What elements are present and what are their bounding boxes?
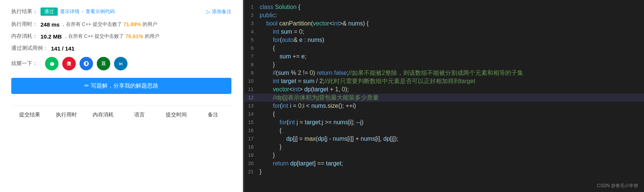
test-value: 141 / 141 xyxy=(51,45,75,52)
code-line-8: 8 } xyxy=(245,61,644,69)
memory-users: 的用户 xyxy=(145,33,159,40)
line-content-15: for(int j = target;j >= nums[i]; --j) xyxy=(260,118,363,127)
col-exec-time: 执行用时 xyxy=(48,112,85,118)
pass-badge: 通过 xyxy=(41,7,58,16)
code-line-14: 14 { xyxy=(245,110,644,118)
code-line-2: 2 public: xyxy=(245,11,644,19)
line-content-5: for(auto& e : nums) xyxy=(260,36,324,44)
memory-value: 10.2 MB xyxy=(41,33,62,40)
line-content-9: if(sum % 2 != 0) return false;//如果不能被2整除… xyxy=(260,69,523,77)
add-note-button[interactable]: ▷ 添加备注 xyxy=(207,8,231,15)
code-line-1: 1 class Solution { xyxy=(245,3,644,11)
line-num-18: 18 xyxy=(245,143,260,151)
wechat-icon[interactable] xyxy=(45,57,59,70)
line-num-5: 5 xyxy=(245,36,260,44)
line-num-7: 7 xyxy=(245,52,260,61)
line-content-8: } xyxy=(260,61,275,69)
line-num-10: 10 xyxy=(245,77,260,85)
code-editor-wrapper: 1 class Solution { 2 public: 3 bool canP… xyxy=(245,0,644,192)
code-line-12: 12 //dp[j]表示体积为j背包最大能装多少质量 xyxy=(245,94,644,102)
exec-time-label: 执行用时： xyxy=(11,21,38,28)
code-editor: 1 class Solution { 2 public: 3 bool canP… xyxy=(245,0,644,192)
line-content-11: vector<int> dp(target + 1, 0); xyxy=(260,85,349,94)
line-content-7: sum += e; xyxy=(260,52,306,61)
code-line-6: 6 { xyxy=(245,44,644,52)
line-num-4: 4 xyxy=(245,28,260,36)
left-panel: 执行结果： 通过 显示详情 › 查看示例代码 ▷ 添加备注 执行用时： 248 … xyxy=(0,0,243,192)
memory-label: 内存消耗： xyxy=(11,33,38,40)
line-num-3: 3 xyxy=(245,19,260,28)
line-content-18: } xyxy=(260,143,282,151)
exec-time-pct: 71.89% xyxy=(123,21,141,27)
line-content-21: } xyxy=(260,168,261,176)
line-num-9: 9 xyxy=(245,69,260,77)
watermark: CSDN @卷毛小学僧 xyxy=(597,183,638,189)
qq-icon[interactable] xyxy=(80,57,93,70)
line-content-13: for(int i = 0;i < nums.size(); ++i) xyxy=(260,102,356,110)
code-line-20: 20 return dp[target] == target; xyxy=(245,159,644,168)
line-num-14: 14 xyxy=(245,110,260,118)
result-row: 执行结果： 通过 显示详情 › 查看示例代码 ▷ 添加备注 xyxy=(11,7,231,16)
line-num-1: 1 xyxy=(245,3,260,11)
line-content-10: int target = sum / 2;//此时只需要判断数组中元素是否可以正… xyxy=(260,77,475,85)
code-line-17: 17 dp[j] = max(dp[j - nums[i]] + nums[i]… xyxy=(245,135,644,143)
test-cases-row: 通过测试用例： 141 / 141 xyxy=(11,45,231,52)
code-line-3: 3 bool canPartition(vector<int>& nums) { xyxy=(245,19,644,28)
write-solution-button[interactable]: ✏ 写题解，分享我的解题思路 xyxy=(11,78,231,94)
submissions-table-header: 提交结果 执行用时 内存消耗 语言 提交时间 备注 xyxy=(11,105,231,118)
line-num-13: 13 xyxy=(245,102,260,110)
line-content-2: public: xyxy=(260,11,277,19)
line-content-19: } xyxy=(260,151,275,159)
linkedin-icon[interactable]: in xyxy=(114,57,128,70)
line-num-16: 16 xyxy=(245,127,260,135)
memory-pct: 76.61% xyxy=(126,33,143,39)
exec-time-suffix: ，在所有 C++ 提交中击败了 xyxy=(61,21,122,28)
line-num-8: 8 xyxy=(245,61,260,69)
douban-icon[interactable]: 豆 xyxy=(97,57,110,70)
brag-label: 炫耀一下： xyxy=(11,60,38,67)
code-line-9: 9 if(sum % 2 != 0) return false;//如果不能被2… xyxy=(245,69,644,77)
test-label: 通过测试用例： xyxy=(11,45,48,52)
code-line-5: 5 for(auto& e : nums) xyxy=(245,36,644,44)
col-note: 备注 xyxy=(195,112,231,118)
line-num-15: 15 xyxy=(245,118,260,127)
line-num-19: 19 xyxy=(245,151,260,159)
social-icons: 微 豆 in xyxy=(45,57,128,70)
code-line-16: 16 { xyxy=(245,127,644,135)
show-detail-link[interactable]: 显示详情 xyxy=(60,8,80,15)
line-content-17: dp[j] = max(dp[j - nums[i]] + nums[i], d… xyxy=(260,135,398,143)
line-num-21: 21 xyxy=(245,168,260,176)
line-content-20: return dp[target] == target; xyxy=(260,159,343,168)
line-num-17: 17 xyxy=(245,135,260,143)
line-content-6: { xyxy=(260,44,275,52)
code-line-4: 4 int sum = 0; xyxy=(245,28,644,36)
code-line-11: 11 vector<int> dp(target + 1, 0); xyxy=(245,85,644,94)
weibo-icon[interactable]: 微 xyxy=(62,57,76,70)
line-content-3: bool canPartition(vector<int>& nums) { xyxy=(260,19,369,28)
memory-suffix: ，在所有 C++ 提交中击败了 xyxy=(63,33,124,40)
col-result: 提交结果 xyxy=(11,112,48,118)
code-line-19: 19 } xyxy=(245,151,644,159)
line-content-4: int sum = 0; xyxy=(260,28,304,36)
line-content-12: //dp[j]表示体积为j背包最大能装多少质量 xyxy=(260,94,379,102)
line-content-1: class Solution { xyxy=(260,3,300,11)
code-line-13: 13 for(int i = 0;i < nums.size(); ++i) xyxy=(245,102,644,110)
line-num-11: 11 xyxy=(245,85,260,94)
code-line-15: 15 for(int j = target;j >= nums[i]; --j) xyxy=(245,118,644,127)
exec-time-users: 的用户 xyxy=(143,21,157,28)
line-num-2: 2 xyxy=(245,11,260,19)
line-num-20: 20 xyxy=(245,159,260,168)
arrow-divider: › xyxy=(82,9,83,14)
code-line-7: 7 sum += e; xyxy=(245,52,644,61)
exec-time-value: 248 ms xyxy=(41,21,60,28)
memory-row: 内存消耗： 10.2 MB ，在所有 C++ 提交中击败了 76.61% 的用户 xyxy=(11,33,231,40)
col-submit-time: 提交时间 xyxy=(158,112,195,118)
code-line-10: 10 int target = sum / 2;//此时只需要判断数组中元素是否… xyxy=(245,77,644,85)
line-num-6: 6 xyxy=(245,44,260,52)
view-example-link[interactable]: 查看示例代码 xyxy=(86,8,115,15)
line-content-14: { xyxy=(260,110,275,118)
exec-time-row: 执行用时： 248 ms ，在所有 C++ 提交中击败了 71.89% 的用户 xyxy=(11,21,231,28)
code-line-21: 21 } xyxy=(245,168,644,176)
col-lang: 语言 xyxy=(121,112,158,118)
line-content-16: { xyxy=(260,127,282,135)
